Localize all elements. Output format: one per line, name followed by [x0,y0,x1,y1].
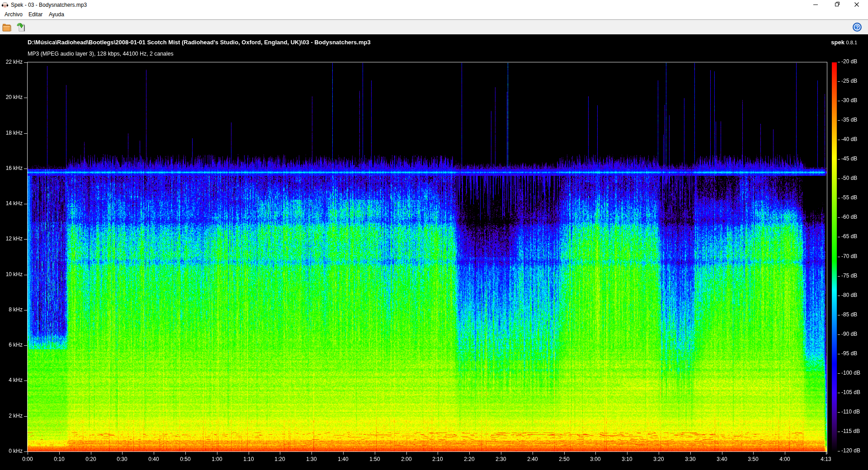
svg-text:?: ? [855,24,859,31]
